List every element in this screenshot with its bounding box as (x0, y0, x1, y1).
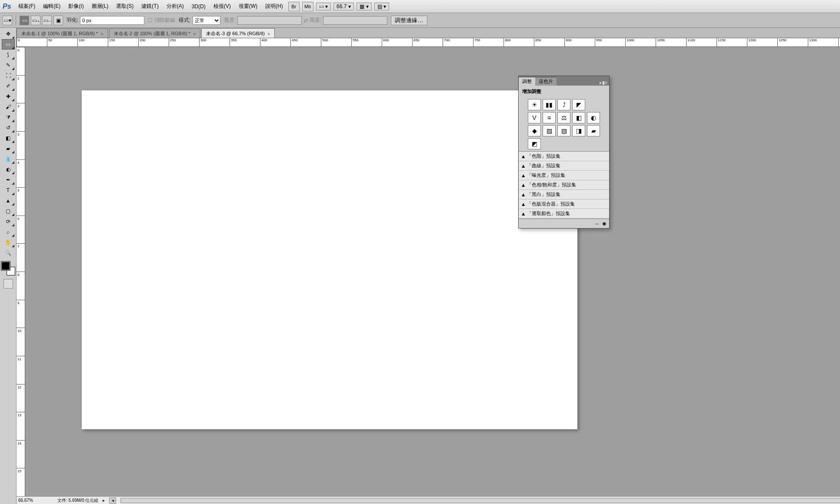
launch-bridge-icon[interactable]: Br (288, 2, 300, 11)
adj-channelmixer-icon[interactable]: ◆ (528, 125, 541, 136)
toolbox: ✥ ▭ ⟆ ✎ ⛶ ✐ ✚ 🖌 ⧩ ↺ ◧ ▰ 💧 ◐ ✒ T ▲ ▢ ⟳ ⌕ (0, 28, 17, 504)
tool-3d-camera[interactable]: ⌕ (2, 227, 15, 237)
preset-exposure[interactable]: ▶「曝光度」預設集 (519, 171, 609, 180)
extras-dropdown[interactable]: ▤ ▾ (374, 3, 389, 10)
preset-channelmixer[interactable]: ▶「色版混合器」預設集 (519, 199, 609, 209)
preset-levels[interactable]: ▶「色階」預設集 (519, 152, 609, 161)
document-tab[interactable]: 未命名-3 @ 66.7% (RGB/8)× (201, 28, 275, 38)
refine-edge-button[interactable]: 調整邊緣… (391, 16, 427, 25)
tool-blur[interactable]: 💧 (2, 154, 15, 164)
tool-zoom[interactable]: 🔍 (2, 248, 15, 258)
menu-bar: Ps 檔案(F) 編輯(E) 影像(I) 圖層(L) 選取(S) 濾鏡(T) 分… (0, 0, 840, 13)
menu-3d[interactable]: 3D(D) (188, 2, 209, 11)
feather-input[interactable] (80, 16, 144, 25)
tool-crop[interactable]: ⛶ (2, 70, 15, 81)
preset-bw[interactable]: ▶「黑白」預設集 (519, 190, 609, 199)
tool-eyedropper[interactable]: ✐ (2, 81, 15, 91)
canvas-viewport[interactable] (25, 47, 840, 496)
tool-shape[interactable]: ▢ (2, 206, 15, 216)
adj-levels-icon[interactable]: ▮▮ (543, 99, 556, 110)
tool-history-brush[interactable]: ↺ (2, 123, 15, 133)
adjustments-panel[interactable]: 調整 這色片 ▸▮≡ 增加調整 ☀ ▮▮ ⤴ ◤ V ≡ ⚖ ◧ ◐ (518, 76, 610, 229)
scroll-left-icon[interactable]: ◂ (109, 497, 116, 504)
preset-curves[interactable]: ▶「曲線」預設集 (519, 161, 609, 171)
quick-mask-toggle[interactable] (3, 279, 13, 288)
launch-minibridge-icon[interactable]: Mb (302, 2, 313, 11)
close-tab-icon[interactable]: × (100, 31, 103, 36)
zoom-level-dropdown[interactable]: 66.7 ▾ (333, 3, 354, 10)
adj-curves-icon[interactable]: ⤴ (557, 99, 570, 110)
tool-move[interactable]: ✥ (2, 29, 15, 39)
arrange-docs-dropdown[interactable]: ▦ ▾ (357, 3, 371, 10)
selection-new-icon[interactable]: ▭ (20, 16, 29, 25)
menu-select[interactable]: 選取(S) (113, 1, 137, 11)
menu-help[interactable]: 說明(H) (262, 1, 287, 11)
selection-intersect-icon[interactable]: ▣ (53, 16, 63, 25)
selection-add-icon[interactable]: ▭₊ (31, 16, 40, 25)
tool-pen[interactable]: ✒ (2, 175, 15, 185)
ruler-vertical[interactable]: 0123456789101112131415 (17, 47, 25, 496)
preset-selcolor[interactable]: ▶「選取顏色」預設集 (519, 209, 609, 219)
tool-marquee[interactable]: ▭ (2, 39, 15, 50)
current-tool-indicator[interactable]: ▭▾ (3, 16, 12, 25)
menu-analysis[interactable]: 分析(A) (163, 1, 187, 11)
document-area: 未命名-1 @ 100% (圖層 1, RGB/8) *× 未命名-2 @ 10… (17, 28, 840, 504)
tool-path-select[interactable]: ▲ (2, 196, 15, 206)
adj-photofilter-icon[interactable]: ◐ (587, 112, 600, 123)
tool-healing[interactable]: ✚ (2, 91, 15, 102)
tool-3d[interactable]: ⟳ (2, 216, 15, 227)
menu-filter[interactable]: 濾鏡(T) (138, 1, 162, 11)
fg-color-swatch[interactable] (1, 262, 10, 270)
tool-gradient[interactable]: ▰ (2, 143, 15, 154)
document-tab[interactable]: 未命名-2 @ 100% (圖層 1, RGB/8) *× (109, 28, 201, 38)
scroll-track[interactable] (120, 498, 840, 503)
adj-expand-icon[interactable]: ↔ (595, 221, 600, 226)
tool-eraser[interactable]: ◧ (2, 133, 15, 143)
document-tab[interactable]: 未命名-1 @ 100% (圖層 1, RGB/8) *× (17, 28, 108, 38)
panel-collapse-icon[interactable]: ▸▮≡ (598, 80, 609, 86)
adj-bw-icon[interactable]: ◧ (572, 112, 585, 123)
menu-edit[interactable]: 編輯(E) (40, 1, 64, 11)
width-input (237, 16, 302, 25)
adj-exposure-icon[interactable]: ◤ (572, 99, 585, 110)
document-info[interactable]: 文件: 5.69M/0 位元組 (57, 497, 98, 504)
close-tab-icon[interactable]: × (193, 31, 196, 36)
screen-mode-dropdown[interactable]: ▭ ▾ (316, 3, 331, 10)
adj-invert-icon[interactable]: ▨ (543, 125, 556, 136)
style-select[interactable]: 正常 (193, 16, 220, 25)
selection-subtract-icon[interactable]: ▭₋ (42, 16, 52, 25)
tool-hand[interactable]: ✋ (2, 237, 15, 248)
canvas[interactable] (82, 90, 577, 429)
menu-file[interactable]: 檔案(F) (15, 1, 39, 11)
adj-clip-icon[interactable]: ◉ (602, 221, 607, 226)
feather-label: 羽化: (67, 17, 78, 24)
color-swatches[interactable] (1, 262, 15, 275)
document-tab-bar: 未命名-1 @ 100% (圖層 1, RGB/8) *× 未命名-2 @ 10… (17, 28, 840, 38)
adj-vibrance-icon[interactable]: V (528, 112, 541, 123)
tab-masks[interactable]: 這色片 (535, 77, 557, 86)
zoom-readout[interactable]: 66.67% (18, 498, 53, 503)
adj-brightness-icon[interactable]: ☀ (528, 99, 541, 110)
menu-layer[interactable]: 圖層(L) (88, 1, 112, 11)
status-bar: 66.67% 文件: 5.69M/0 位元組 ▸ ◂ ▸ (17, 496, 840, 504)
tool-lasso[interactable]: ⟆ (2, 50, 15, 60)
preset-huesat[interactable]: ▶「色相/飽和度」預設集 (519, 180, 609, 190)
tool-quick-select[interactable]: ✎ (2, 60, 15, 70)
adj-colorbalance-icon[interactable]: ⚖ (557, 112, 570, 123)
close-tab-icon[interactable]: × (267, 31, 270, 36)
app-logo: Ps (2, 3, 14, 10)
tool-brush[interactable]: 🖌 (2, 102, 15, 112)
tool-dodge[interactable]: ◐ (2, 164, 15, 175)
adj-threshold-icon[interactable]: ◨ (572, 125, 585, 136)
adj-selcolor-icon[interactable]: ◩ (528, 138, 541, 149)
menu-window[interactable]: 視窗(W) (235, 1, 261, 11)
menu-image[interactable]: 影像(I) (65, 1, 87, 11)
tool-stamp[interactable]: ⧩ (2, 112, 15, 123)
menu-view[interactable]: 檢視(V) (210, 1, 234, 11)
adj-gradmap-icon[interactable]: ▰ (587, 125, 600, 136)
adj-posterize-icon[interactable]: ▧ (557, 125, 570, 136)
tab-adjustments[interactable]: 調整 (519, 77, 535, 86)
tool-type[interactable]: T (2, 185, 15, 196)
adj-huesat-icon[interactable]: ≡ (543, 112, 556, 123)
ruler-horizontal[interactable]: 0501001502002503003504004505005506006507… (17, 38, 840, 47)
